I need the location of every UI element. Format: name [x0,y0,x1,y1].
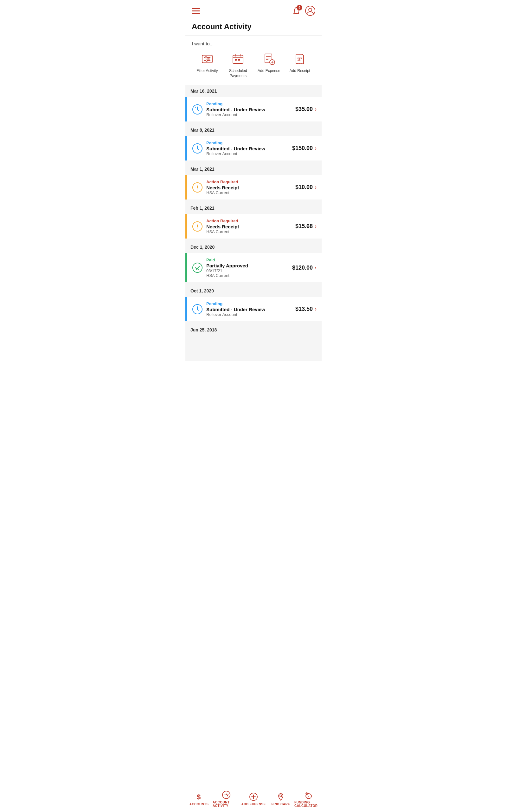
activity-item-1[interactable]: Pending Submitted - Under Review Rollove… [185,136,322,160]
activity-item-3[interactable]: ! Action Required Needs Receipt HSA Curr… [185,214,322,239]
profile-button[interactable] [305,6,315,16]
add-receipt-icon: $ [292,51,307,67]
action-icon-2: ! [192,182,203,193]
bottom-spacer [185,336,322,361]
activity-item-5[interactable]: Pending Submitted - Under Review Rollove… [185,297,322,321]
i-want-to-section: I want to... Filter Activity [185,36,322,85]
svg-text:$: $ [197,793,201,801]
action-icon-3: ! [192,221,203,232]
date-header-5: Oct 1, 2020 [185,285,322,297]
activity-content-5: Pending Submitted - Under Review Rollove… [206,301,295,317]
page-title: Account Activity [192,22,315,31]
chevron-icon-1: › [315,145,317,152]
nav-funding-calculator[interactable]: $ FUNDING CALCULATOR [294,791,322,808]
svg-text:!: ! [197,224,199,229]
activity-sub2-4: HSA Current [206,273,292,278]
page-title-section: Account Activity [185,19,322,36]
section-gap-1 [185,121,322,124]
header: 9 [185,0,322,19]
date-header-2: Mar 1, 2021 [185,163,322,175]
svg-text:$: $ [306,793,307,796]
nav-account-activity[interactable]: ACCOUNT ACTIVITY [213,791,240,808]
activity-title-4: Partially Approved [206,263,292,268]
svg-point-7 [205,57,207,58]
activity-item-4[interactable]: Paid Partially Approved 03/17/21 HSA Cur… [185,253,322,282]
nav-add-expense-label: ADD EXPENSE [241,803,266,806]
activity-status-4: Paid [206,258,292,262]
nav-funding-calculator-label: FUNDING CALCULATOR [294,801,322,808]
date-text-6: Jun 25, 2018 [190,327,217,333]
activity-status-2: Action Required [206,180,295,184]
pending-icon-5 [192,304,203,315]
notification-badge: 9 [297,5,302,10]
activity-sub-1: Rollover Account [206,151,292,156]
svg-rect-14 [235,59,237,61]
activity-sub-4: 03/17/21 [206,268,292,273]
chevron-icon-0: › [315,106,317,113]
activity-title-5: Submitted - Under Review [206,307,295,312]
activity-right-2: $10.00 › [295,184,317,191]
paid-icon-4 [192,262,203,273]
filter-activity-button[interactable]: Filter Activity [192,51,223,73]
activity-status-1: Pending [206,141,292,145]
activity-right-1: $150.00 › [292,145,317,152]
activity-status-5: Pending [206,301,295,306]
section-gap-4 [185,239,322,241]
section-gap-3 [185,200,322,202]
calendar-icon [230,51,245,67]
bottom-nav: $ ACCOUNTS ACCOUNT ACTIVITY ADD EXPENSE … [185,787,322,812]
activity-amount-1: $150.00 [292,145,313,152]
chevron-icon-2: › [315,184,317,191]
date-text-4: Dec 1, 2020 [190,245,215,250]
activity-amount-4: $120.00 [292,264,313,271]
add-expense-icon [262,51,277,67]
activity-item-2[interactable]: ! Action Required Needs Receipt HSA Curr… [185,175,322,200]
add-receipt-button[interactable]: $ Add Receipt [285,51,316,73]
activity-amount-3: $15.68 [295,223,313,230]
activity-amount-2: $10.00 [295,184,313,191]
svg-rect-15 [238,59,240,61]
date-header-0: Mar 16, 2021 [185,85,322,97]
activity-item-0[interactable]: Pending Submitted - Under Review Rollove… [185,97,322,121]
section-gap-2 [185,160,322,163]
quick-actions: Filter Activity Scheduled Payments [192,51,315,78]
nav-find-care[interactable]: FIND CARE [267,792,294,806]
svg-text:!: ! [197,185,199,190]
date-text-1: Mar 8, 2021 [190,128,215,133]
activity-right-0: $35.00 › [295,106,317,113]
activity-amount-0: $35.00 [295,106,313,113]
menu-button[interactable] [192,8,200,14]
nav-account-activity-label: ACCOUNT ACTIVITY [213,801,240,808]
activity-title-2: Needs Receipt [206,185,295,190]
activity-content-0: Pending Submitted - Under Review Rollove… [206,101,295,117]
activity-title-3: Needs Receipt [206,224,295,229]
activity-title-1: Submitted - Under Review [206,146,292,151]
chevron-icon-4: › [315,264,317,271]
date-text-3: Feb 1, 2021 [190,206,215,211]
chevron-icon-5: › [315,306,317,312]
nav-accounts[interactable]: $ ACCOUNTS [185,792,213,806]
nav-accounts-label: ACCOUNTS [189,803,209,806]
add-receipt-label: Add Receipt [290,68,310,73]
activity-content-2: Action Required Needs Receipt HSA Curren… [206,180,295,195]
svg-point-9 [206,60,207,61]
scheduled-payments-button[interactable]: Scheduled Payments [223,51,254,78]
date-header-1: Mar 8, 2021 [185,124,322,136]
svg-point-8 [208,58,209,60]
activity-right-4: $120.00 › [292,264,317,271]
pending-icon-1 [192,143,203,154]
chevron-icon-3: › [315,223,317,230]
add-expense-button[interactable]: Add Expense [253,51,285,73]
activity-title-0: Submitted - Under Review [206,107,295,112]
section-gap-6 [185,321,322,324]
filter-icon [200,51,215,67]
add-expense-label: Add Expense [258,68,280,73]
notifications-button[interactable]: 9 [292,6,301,15]
nav-add-expense[interactable]: ADD EXPENSE [240,792,267,806]
date-text-2: Mar 1, 2021 [190,166,215,171]
date-text-0: Mar 16, 2021 [190,89,217,94]
activity-sub-3: HSA Current [206,229,295,234]
activity-sub-0: Rollover Account [206,112,295,117]
svg-point-41 [280,795,282,797]
scheduled-payments-label: Scheduled Payments [223,68,254,78]
